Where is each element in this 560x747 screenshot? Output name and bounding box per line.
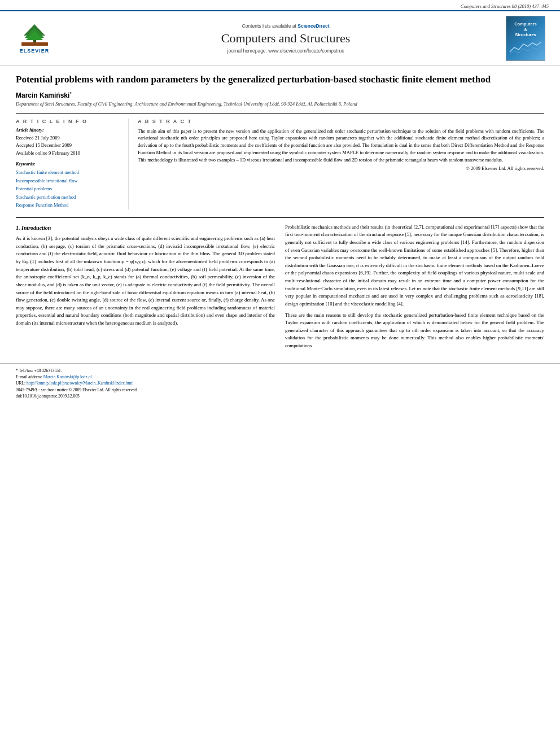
article-history-label: Article history:	[16, 128, 121, 133]
journal-title: Computers and Structures	[72, 31, 499, 46]
body-right-column: Probabilistic mechanics methods and thei…	[285, 224, 544, 353]
abstract-column: A B S T R A C T The main aim of this pap…	[138, 119, 544, 209]
footnote-star-line: * Tel./fax: +48 426313551.	[16, 368, 544, 374]
keywords-label: Keywords:	[16, 161, 121, 167]
keyword-2: Incompressible irrotational flow	[16, 177, 121, 185]
paper-title: Potential problems with random parameter…	[16, 73, 544, 86]
svg-rect-5	[21, 42, 48, 46]
abstract-text: The main aim of this paper is to present…	[138, 128, 544, 164]
accepted-date: Accepted 15 December 2009	[16, 142, 121, 150]
keyword-3: Potential problems	[16, 185, 121, 193]
footer-copyright: 0045-7949/$ - see front matter © 2009 El…	[16, 387, 544, 392]
article-info-column: A R T I C L E I N F O Article history: R…	[16, 119, 129, 209]
received-date: Received 21 July 2009	[16, 134, 121, 142]
affiliation: Department of Steel Structures, Faculty …	[16, 101, 544, 108]
footnote-email-line: E-mail address: Marcin.Kaminski@p.lodz.p…	[16, 374, 544, 380]
keyword-4: Stochastic perturbation method	[16, 193, 121, 201]
body-left-column: 1. Introduction As it is known [3], the …	[16, 224, 275, 353]
abstract-header: A B S T R A C T	[138, 119, 544, 124]
footer-area: * Tel./fax: +48 426313551. E-mail addres…	[0, 364, 560, 401]
introduction-header: 1. Introduction	[16, 224, 275, 233]
available-date: Available online 9 February 2010	[16, 150, 121, 158]
keyword-5: Response Function Method	[16, 201, 121, 209]
introduction-right-para1: Probabilistic mechanics methods and thei…	[285, 224, 544, 308]
journal-reference: Computers and Structures 88 (2010) 437–4…	[0, 0, 560, 10]
introduction-right-para2: These are the main reasons to still deve…	[285, 312, 544, 350]
paper-content: Potential problems with random parameter…	[0, 66, 560, 359]
footnote-url-line: URL: http://kmm.p.lodz.pl/pracownicy/Mar…	[16, 380, 544, 386]
journal-homepage: journal homepage: www.elsevier.com/locat…	[72, 48, 499, 54]
journal-cover-image: Computers & Structures	[506, 16, 545, 61]
journal-cover-area: Computers & Structures	[506, 16, 551, 61]
elsevier-logo-area: ELSEVIER	[9, 21, 65, 55]
body-columns: 1. Introduction As it is known [3], the …	[16, 217, 544, 353]
article-info-header: A R T I C L E I N F O	[16, 119, 121, 124]
elsevier-tree-icon	[19, 23, 50, 47]
journal-title-area: Contents lists available at ScienceDirec…	[72, 23, 499, 54]
journal-banner: ELSEVIER Contents lists available at Sci…	[0, 10, 560, 66]
sciencedirect-line: Contents lists available at ScienceDirec…	[72, 23, 499, 29]
copyright-line: © 2009 Elsevier Ltd. All rights reserved…	[138, 165, 544, 171]
footer-doi: doi:10.1016/j.compstruc.2009.12.005	[16, 394, 544, 399]
cover-decoration	[509, 40, 542, 55]
introduction-left-para1: As it is known [3], the potential analys…	[16, 235, 275, 327]
author-name: Marcin Kamiński*	[16, 91, 544, 99]
keyword-1: Stochastic finite element method	[16, 168, 121, 176]
elsevier-logo: ELSEVIER	[9, 21, 60, 55]
article-info-abstract-section: A R T I C L E I N F O Article history: R…	[16, 113, 544, 209]
